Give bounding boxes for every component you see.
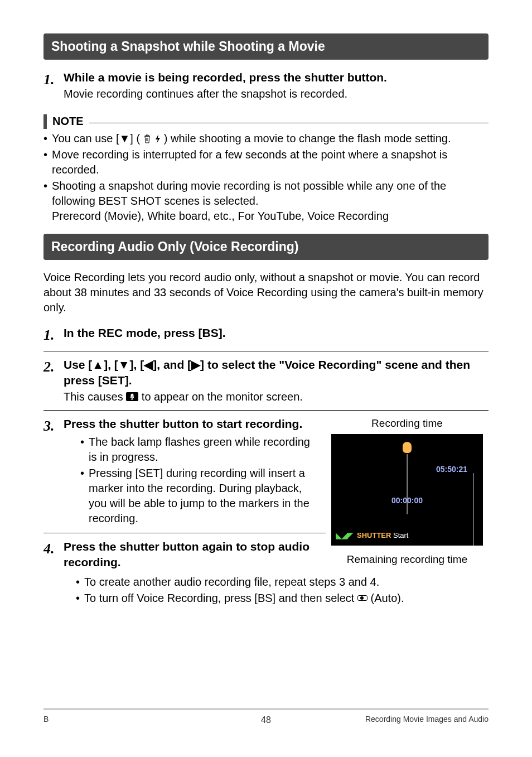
chevron-icon: ◣◢◤ — [336, 530, 352, 541]
section-bar-voice-recording: Recording Audio Only (Voice Recording) — [43, 234, 489, 260]
note-text: ] ( — [130, 132, 140, 144]
elapsed-time-value: 00:00:00 — [391, 495, 423, 506]
note-block: NOTE • You can use [▼] ( ) while shootin… — [43, 114, 489, 224]
step-divider — [43, 533, 326, 533]
step-title: Press the shutter button to start record… — [64, 416, 317, 432]
footer-left: B — [43, 714, 49, 725]
note-text: Move recording is interrupted for a few … — [52, 147, 489, 177]
step-number: 4. — [43, 539, 59, 558]
step-number: 2. — [43, 357, 59, 377]
flash-icon — [155, 134, 161, 143]
bullet-text: Pressing [SET] during recording will ins… — [89, 466, 317, 526]
down-triangle-icon: ▼ — [119, 132, 130, 144]
note-label: NOTE — [52, 114, 84, 129]
section-bar-shooting-snapshot: Shooting a Snapshot while Shooting a Mov… — [43, 33, 489, 60]
bullet-text: To create another audio recording file, … — [84, 575, 379, 590]
step-divider — [43, 410, 489, 411]
note-tick-icon — [43, 114, 47, 129]
shutter-tag: SHUTTER — [357, 531, 391, 539]
step-rec-4: 4. Press the shutter button again to sto… — [43, 539, 317, 571]
bullet-text: The back lamp flashes green while record… — [89, 435, 317, 465]
step-title: In the REC mode, press [BS]. — [64, 325, 489, 341]
left-triangle-icon: ◀ — [144, 358, 153, 371]
step-text: Movie recording continues after the snap… — [64, 85, 489, 102]
step-bullet: • The back lamp flashes green while reco… — [80, 435, 317, 465]
section-intro: Voice Recording lets you record audio on… — [43, 270, 489, 315]
start-text: Start — [393, 531, 408, 539]
note-text: Prerecord (Movie), White board, etc., Fo… — [52, 210, 389, 222]
mic-icon — [403, 442, 412, 453]
bullet-text: (Auto). — [367, 592, 404, 604]
page-number: 48 — [261, 714, 271, 726]
step-divider — [43, 351, 489, 351]
step-text: This causes to appear on the monitor scr… — [64, 388, 489, 404]
step-bullet: • To create another audio recording file… — [76, 575, 489, 590]
step-rec-1: 1. In the REC mode, press [BS]. — [43, 325, 489, 345]
page-footer: B 48 Recording Movie Images and Audio — [43, 708, 489, 725]
remaining-time-value: 05:50:21 — [436, 464, 477, 475]
note-rule — [89, 123, 489, 123]
step-bullet: • Pressing [SET] during recording will i… — [80, 466, 317, 526]
remaining-time-label: Remaining recording time — [326, 552, 489, 567]
trash-icon — [143, 134, 151, 143]
step-title: Use [▲], [▼], [◀], and [▶] to select the… — [64, 357, 489, 389]
footer-right: Recording Movie Images and Audio — [365, 714, 489, 725]
down-triangle-icon: ▼ — [118, 358, 130, 371]
camera-screenshot: 05:50:21 00:00:00 ◣◢◤ SHUTTER Start — [331, 434, 483, 546]
recording-time-label: Recording time — [326, 416, 489, 431]
note-bullet-1: • You can use [▼] ( ) while shooting a m… — [43, 131, 489, 146]
step-number: 1. — [43, 70, 59, 89]
note-text: Shooting a snapshot during movie recordi… — [52, 180, 446, 207]
note-bullet-2: • Move recording is interrupted for a fe… — [43, 147, 489, 177]
step-title: Press the shutter button again to stop a… — [64, 539, 317, 571]
step-bullet: • To turn off Voice Recording, press [BS… — [76, 591, 489, 606]
step-1: 1. While a movie is being recorded, pres… — [43, 70, 489, 102]
step-rec-3: 3. Press the shutter button to start rec… — [43, 416, 317, 527]
bullet-text: To turn off Voice Recording, press [BS] … — [84, 592, 357, 604]
right-triangle-icon: ▶ — [191, 358, 200, 371]
note-text: ) while shooting a movie to change the f… — [164, 132, 451, 144]
voice-rec-icon — [126, 392, 138, 401]
step-title: While a movie is being recorded, press t… — [64, 70, 489, 85]
auto-mode-icon — [357, 595, 367, 601]
note-text: You can use [ — [52, 132, 119, 144]
step-number: 3. — [43, 416, 59, 436]
note-bullet-3: • Shooting a snapshot during movie recor… — [43, 179, 489, 224]
step-rec-2: 2. Use [▲], [▼], [◀], and [▶] to select … — [43, 357, 489, 405]
up-triangle-icon: ▲ — [92, 358, 104, 371]
step-number: 1. — [43, 325, 59, 345]
